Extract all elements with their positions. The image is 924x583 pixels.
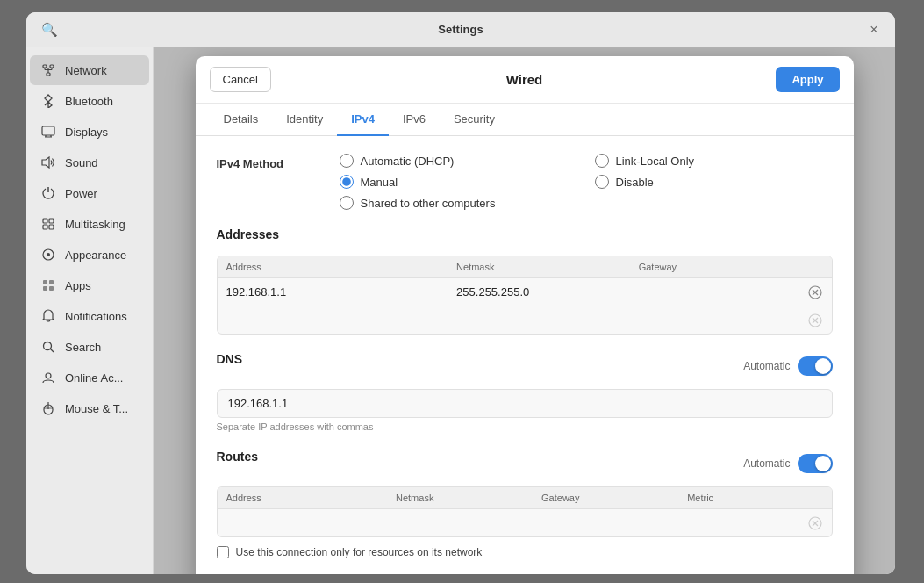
sidebar-item-apps[interactable]: Apps — [30, 270, 149, 300]
search-icon[interactable]: 🔍 — [37, 18, 61, 42]
sidebar-item-appearance[interactable]: Appearance — [30, 240, 149, 270]
cancel-button[interactable]: Cancel — [210, 67, 271, 92]
sidebar-item-label: Mouse & T... — [65, 402, 128, 415]
method-automatic[interactable]: Automatic (DHCP) — [340, 154, 577, 168]
address-cell-2[interactable] — [218, 306, 448, 334]
dialog-overlay: Cancel Wired Apply Details Identity IPv4… — [154, 47, 895, 574]
use-connection-label: Use this connection only for resources o… — [236, 546, 483, 558]
network-icon — [40, 62, 56, 78]
ipv4-method-section: IPv4 Method Automatic (DHCP) Link-Local … — [217, 154, 833, 210]
sound-icon — [40, 155, 56, 170]
apply-button[interactable]: Apply — [776, 67, 839, 92]
route-netmask-cell-1[interactable] — [387, 509, 533, 536]
search-sidebar-icon — [40, 339, 56, 355]
method-automatic-label: Automatic (DHCP) — [361, 155, 455, 168]
sidebar-item-mouse[interactable]: Mouse & T... — [30, 393, 149, 423]
close-window-button[interactable]: × — [863, 19, 885, 40]
method-disable[interactable]: Disable — [595, 175, 833, 189]
sidebar-item-multitasking[interactable]: Multitasking — [30, 209, 149, 239]
sidebar-item-label: Apps — [65, 279, 91, 292]
settings-window: 🔍 Settings × Network Bluetooth — [26, 12, 895, 574]
dns-section: DNS Automatic Separate I — [217, 352, 833, 432]
sidebar-item-bluetooth[interactable]: Bluetooth — [30, 86, 149, 116]
svg-point-25 — [46, 373, 51, 378]
route-gateway-cell-1[interactable] — [533, 509, 678, 536]
address-input-2[interactable] — [218, 306, 448, 334]
routes-automatic-toggle[interactable] — [798, 454, 833, 473]
netmask-cell-1[interactable] — [448, 278, 630, 306]
sidebar-item-online-accounts[interactable]: Online Ac... — [30, 363, 149, 392]
svg-marker-12 — [42, 157, 49, 168]
sidebar-item-network[interactable]: Network — [30, 55, 149, 85]
routes-header-row: Address Netmask Gateway Metric — [218, 487, 832, 509]
route-gateway-input-1[interactable] — [533, 509, 678, 536]
sidebar-item-sound[interactable]: Sound — [30, 148, 149, 177]
addresses-header-row: Address Netmask Gateway — [218, 256, 832, 278]
dns-hint: Separate IP addresses with commas — [217, 421, 833, 432]
sidebar-item-label: Notifications — [65, 310, 127, 323]
method-shared[interactable]: Shared to other computers — [340, 196, 577, 210]
dns-header: DNS Automatic — [217, 352, 833, 380]
delete-row-1-cell[interactable] — [799, 278, 831, 306]
method-disable-radio[interactable] — [595, 175, 609, 189]
sidebar-item-displays[interactable]: Displays — [30, 117, 149, 147]
route-delete-cell-1[interactable] — [799, 509, 831, 536]
method-manual-label: Manual — [361, 176, 398, 189]
sidebar-item-power[interactable]: Power — [30, 178, 149, 208]
route-netmask-input-1[interactable] — [387, 509, 533, 536]
tab-details[interactable]: Details — [210, 104, 273, 136]
method-link-local[interactable]: Link-Local Only — [595, 154, 833, 168]
svg-rect-8 — [42, 126, 54, 135]
netmask-cell-2[interactable] — [448, 306, 630, 334]
method-automatic-radio[interactable] — [340, 154, 354, 168]
routes-table: Address Netmask Gateway Metric — [217, 486, 833, 537]
netmask-input-1[interactable] — [448, 278, 630, 306]
method-shared-label: Shared to other computers — [361, 197, 496, 210]
online-accounts-icon — [40, 370, 56, 385]
use-connection-checkbox[interactable] — [217, 546, 229, 558]
svg-line-24 — [51, 349, 54, 353]
dns-automatic-toggle-wrap: Automatic — [743, 356, 832, 376]
method-manual[interactable]: Manual — [340, 175, 577, 189]
routes-col-gateway: Gateway — [533, 487, 678, 509]
gateway-input-2[interactable] — [630, 306, 800, 334]
sidebar-item-notifications[interactable]: Notifications — [30, 301, 149, 331]
address-row-1 — [218, 278, 832, 306]
method-shared-radio[interactable] — [340, 196, 354, 210]
settings-body: Network Bluetooth Displays Sound — [26, 47, 895, 574]
sidebar-item-search[interactable]: Search — [30, 332, 149, 362]
tab-security[interactable]: Security — [440, 104, 509, 136]
route-delete-row-1-button[interactable] — [799, 516, 831, 530]
netmask-input-2[interactable] — [448, 306, 630, 334]
svg-rect-14 — [49, 219, 54, 223]
method-manual-radio[interactable] — [340, 175, 354, 189]
gateway-input-1[interactable] — [630, 278, 800, 306]
svg-rect-22 — [49, 286, 54, 291]
svg-rect-20 — [49, 280, 54, 284]
power-icon — [40, 185, 56, 201]
tab-ipv4[interactable]: IPv4 — [337, 104, 389, 136]
dns-automatic-toggle[interactable] — [798, 356, 833, 376]
col-header-gateway: Gateway — [630, 256, 800, 278]
delete-row-2-cell[interactable] — [799, 306, 831, 334]
address-cell-1[interactable] — [218, 278, 448, 306]
route-metric-input-1[interactable] — [678, 509, 799, 536]
routes-title: Routes — [217, 450, 258, 464]
address-input-1[interactable] — [218, 278, 448, 306]
dns-toggle-slider — [798, 356, 833, 376]
svg-rect-13 — [43, 219, 47, 223]
method-link-local-radio[interactable] — [595, 154, 609, 168]
gateway-cell-1[interactable] — [630, 278, 800, 306]
tab-identity[interactable]: Identity — [272, 104, 337, 136]
routes-col-action — [799, 487, 831, 509]
svg-rect-15 — [43, 225, 47, 229]
tab-ipv6[interactable]: IPv6 — [389, 104, 440, 136]
route-address-cell-1[interactable] — [218, 509, 388, 536]
gateway-cell-2[interactable] — [630, 306, 800, 334]
route-metric-cell-1[interactable] — [678, 509, 799, 536]
delete-row-2-button[interactable] — [799, 313, 831, 327]
route-address-input-1[interactable] — [218, 509, 388, 536]
routes-section: Routes Automatic — [217, 450, 833, 558]
delete-row-1-button[interactable] — [799, 285, 831, 299]
dns-input[interactable] — [217, 389, 833, 418]
